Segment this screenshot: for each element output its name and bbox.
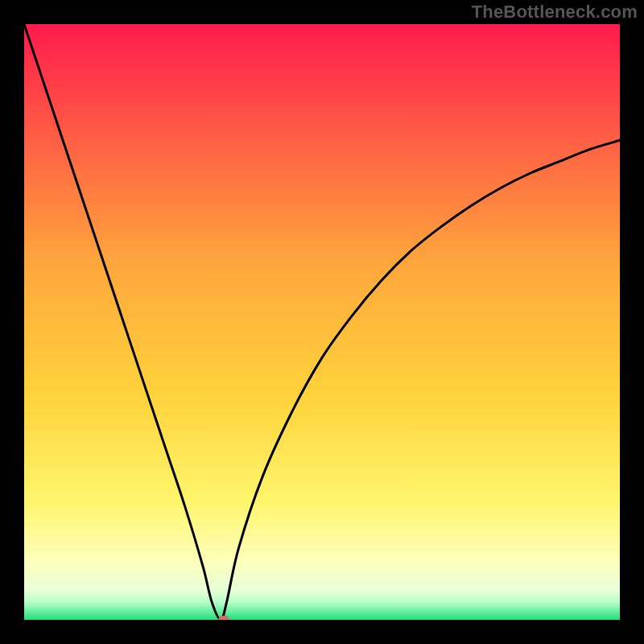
chart-frame: TheBottleneck.com bbox=[0, 0, 644, 644]
plot-viewport bbox=[24, 24, 620, 620]
bottleneck-chart bbox=[24, 24, 620, 620]
min-marker bbox=[218, 616, 229, 620]
gradient-background bbox=[24, 24, 620, 620]
watermark-text: TheBottleneck.com bbox=[472, 2, 638, 23]
